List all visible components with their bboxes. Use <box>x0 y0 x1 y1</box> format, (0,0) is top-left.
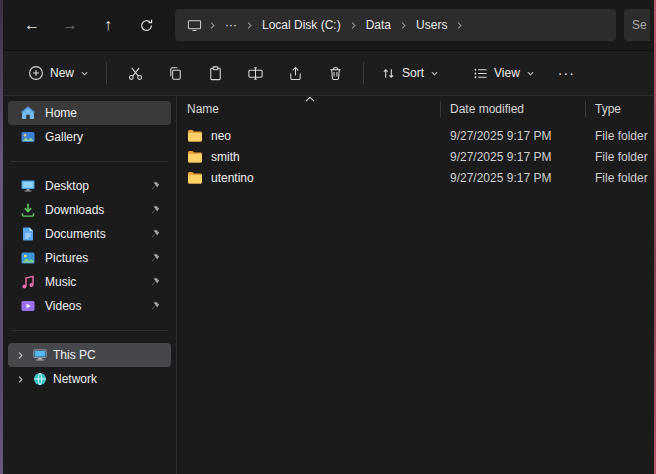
copy-icon <box>167 65 184 82</box>
pin-icon <box>149 276 161 288</box>
sidebar-divider <box>11 161 168 162</box>
file-rows: neo 9/27/2025 9:17 PM File folder smith … <box>177 125 654 188</box>
sidebar-item-documents[interactable]: Documents <box>8 222 171 246</box>
file-date-modified: 9/27/2025 9:17 PM <box>440 150 585 164</box>
chevron-right-icon <box>206 21 219 30</box>
search-text: Se <box>632 18 647 32</box>
refresh-icon <box>139 18 154 33</box>
file-type: File folder <box>585 129 654 143</box>
titlebar: ← → ↑ ··· Local Disk (C:) Data Users Se <box>3 0 654 50</box>
file-type: File folder <box>585 171 654 185</box>
breadcrumb-item-users[interactable]: Users <box>410 18 453 32</box>
column-headers: Name Date modified Type <box>177 96 654 122</box>
sidebar-item-label: Home <box>45 106 77 120</box>
file-list-pane: Name Date modified Type neo 9/27/2025 9:… <box>176 96 654 474</box>
sidebar-item-label: Documents <box>45 227 106 241</box>
share-button[interactable] <box>275 57 315 89</box>
file-name: smith <box>211 150 240 164</box>
up-button[interactable]: ↑ <box>89 8 127 42</box>
sidebar-item-music[interactable]: Music <box>8 270 171 294</box>
view-list-icon <box>473 66 488 81</box>
column-header-name[interactable]: Name <box>177 96 440 122</box>
scissors-icon <box>127 65 144 82</box>
copy-button[interactable] <box>155 57 195 89</box>
videos-icon <box>20 298 36 314</box>
network-icon <box>32 371 48 387</box>
sort-button[interactable]: Sort <box>372 57 448 89</box>
view-button[interactable]: View <box>464 57 544 89</box>
sidebar-item-label: Music <box>45 275 76 289</box>
breadcrumb-item-data[interactable]: Data <box>360 18 397 32</box>
file-date-modified: 9/27/2025 9:17 PM <box>440 129 585 143</box>
column-header-date-modified[interactable]: Date modified <box>440 96 585 122</box>
sidebar-item-label: Pictures <box>45 251 88 265</box>
sidebar-item-home[interactable]: Home <box>8 101 171 125</box>
sidebar-item-pictures[interactable]: Pictures <box>8 246 171 270</box>
file-date-modified: 9/27/2025 9:17 PM <box>440 171 585 185</box>
file-name: utentino <box>211 171 254 185</box>
sidebar-item-label: Desktop <box>45 179 89 193</box>
pin-icon <box>149 228 161 240</box>
file-name: neo <box>211 129 231 143</box>
rename-button[interactable] <box>235 57 275 89</box>
chevron-right-icon[interactable] <box>14 375 27 384</box>
chevron-down-icon <box>430 69 439 78</box>
up-icon: ↑ <box>104 16 112 34</box>
sidebar-item-network[interactable]: Network <box>8 367 171 391</box>
breadcrumb-item-local-disk[interactable]: Local Disk (C:) <box>256 18 347 32</box>
breadcrumb-ellipsis[interactable]: ··· <box>219 18 243 32</box>
cut-button[interactable] <box>115 57 155 89</box>
file-type: File folder <box>585 150 654 164</box>
folder-icon <box>187 149 203 165</box>
new-button[interactable]: New <box>19 57 98 89</box>
desktop-icon <box>20 178 36 194</box>
chevron-right-icon[interactable] <box>347 21 360 30</box>
pin-icon <box>149 252 161 264</box>
folder-icon <box>187 170 203 186</box>
file-row[interactable]: smith 9/27/2025 9:17 PM File folder <box>177 146 654 167</box>
sort-arrows-icon <box>381 66 396 81</box>
chevron-right-icon[interactable] <box>397 21 410 30</box>
command-bar: New Sort <box>3 50 654 96</box>
sidebar-item-videos[interactable]: Videos <box>8 294 171 318</box>
gallery-icon <box>20 129 36 145</box>
sidebar-item-downloads[interactable]: Downloads <box>8 198 171 222</box>
pictures-icon <box>20 250 36 266</box>
rename-icon <box>247 65 264 82</box>
sort-button-label: Sort <box>402 66 424 80</box>
more-options-button[interactable]: ··· <box>558 65 575 81</box>
sidebar-item-label: Downloads <box>45 203 104 217</box>
sidebar-item-gallery[interactable]: Gallery <box>8 125 171 149</box>
sidebar-item-label: Gallery <box>45 130 83 144</box>
navigation-pane: Home Gallery Desktop Downloads Documents… <box>3 97 176 474</box>
search-input[interactable]: Se <box>624 9 650 41</box>
chevron-right-icon <box>243 21 256 30</box>
sidebar-item-desktop[interactable]: Desktop <box>8 174 171 198</box>
drive-monitor-icon <box>183 18 206 33</box>
address-bar[interactable]: ··· Local Disk (C:) Data Users <box>175 9 616 41</box>
chevron-right-icon[interactable] <box>14 351 27 360</box>
column-header-type[interactable]: Type <box>585 96 654 122</box>
paste-button[interactable] <box>195 57 235 89</box>
pin-icon <box>149 300 161 312</box>
pin-icon <box>149 180 161 192</box>
delete-button[interactable] <box>315 57 355 89</box>
sidebar-item-label: This PC <box>53 348 96 362</box>
forward-button[interactable]: → <box>51 8 89 42</box>
sidebar-item-label: Videos <box>45 299 81 313</box>
view-button-label: View <box>494 66 520 80</box>
refresh-button[interactable] <box>127 8 165 42</box>
back-icon: ← <box>24 16 40 34</box>
share-icon <box>287 65 304 82</box>
chevron-down-icon <box>526 69 535 78</box>
file-row[interactable]: neo 9/27/2025 9:17 PM File folder <box>177 125 654 146</box>
music-icon <box>20 274 36 290</box>
this-pc-icon <box>32 347 48 363</box>
back-button[interactable]: ← <box>13 8 51 42</box>
pin-icon <box>149 204 161 216</box>
chevron-right-icon[interactable] <box>453 21 466 30</box>
sidebar-item-label: Network <box>53 372 97 386</box>
toolbar-divider <box>363 62 364 84</box>
file-row[interactable]: utentino 9/27/2025 9:17 PM File folder <box>177 167 654 188</box>
sidebar-item-this-pc[interactable]: This PC <box>8 343 171 367</box>
